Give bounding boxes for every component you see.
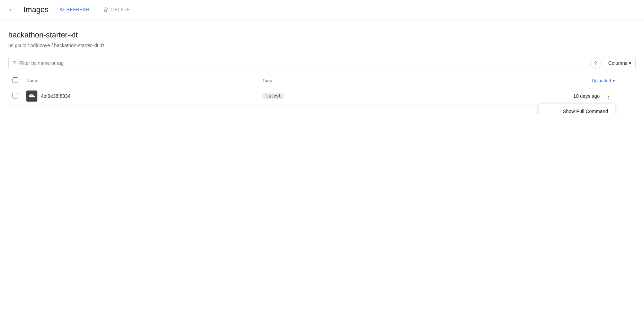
copy-icon[interactable]: ⧉ [100,42,104,49]
select-all-checkbox[interactable] [12,77,18,83]
main-content: hackathon-starter-kit us.gcr.io / odirio… [0,19,644,114]
delete-button[interactable]: 🗑 DELETE [100,5,133,15]
actions-column-header [619,75,636,87]
sort-chevron-icon: ▾ [612,78,615,83]
uploaded-cell: 10 days ago ⋮ Show Pull Command Deploy t… [394,87,619,105]
trash-icon: 🗑 [103,7,109,13]
chevron-down-icon: ▾ [629,60,631,66]
table-row: 4ef9e38f8334 latest 10 days ago ⋮ Show P… [8,87,636,105]
refresh-icon: ↻ [60,6,64,13]
tag-chip: latest [262,93,284,99]
filter-icon: ≡ [13,59,17,67]
context-menu: Show Pull Command Deploy to Cloud Run De… [539,104,615,114]
row-checkbox[interactable] [12,93,18,98]
image-tags-cell: latest [258,87,394,105]
help-button[interactable]: ? [590,58,601,69]
image-id: 4ef9e38f8334 [41,93,71,99]
filter-input-wrap: ≡ [8,57,587,69]
name-column-header: Name [22,75,258,87]
docker-icon [26,91,37,102]
select-all-header [8,75,22,87]
refresh-button[interactable]: ↻ REFRESH [57,4,92,15]
filter-row: ≡ ? Columns ▾ [8,57,636,69]
back-button[interactable]: ← [8,6,15,14]
upload-time: 10 days ago [573,93,600,99]
show-pull-command-item[interactable]: Show Pull Command [539,105,615,114]
page-header: ← Images ↻ REFRESH 🗑 DELETE [0,0,644,19]
svg-rect-3 [30,94,32,95]
repo-name: hackathon-starter-kit [8,31,636,40]
more-actions-button[interactable]: ⋮ [602,91,615,102]
columns-button[interactable]: Columns ▾ [604,58,636,68]
back-icon: ← [8,6,15,14]
filter-input[interactable] [19,60,583,66]
svg-rect-4 [32,94,33,95]
row-checkbox-cell [8,87,22,105]
image-name-cell: 4ef9e38f8334 [22,87,258,105]
repo-path: us.gcr.io / odirionye / hackathon-starte… [8,42,636,49]
page-title: Images [24,5,48,14]
images-table: Name Tags Uploaded ▾ [8,75,636,105]
tags-column-header: Tags [258,75,394,87]
uploaded-column-header[interactable]: Uploaded ▾ [394,75,619,87]
